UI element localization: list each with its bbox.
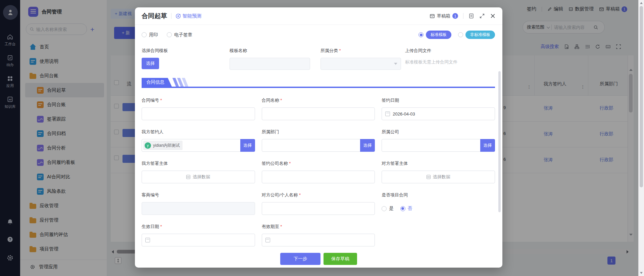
select-data-label: 选择数据 — [433, 174, 450, 180]
data-icon — [427, 175, 431, 179]
sign-date-value: 2026-04-03 — [393, 111, 415, 117]
print-seal-label: 用印 — [149, 32, 158, 38]
document-view-button[interactable] — [468, 13, 474, 19]
counterparty-entity-label: 对方签署主体 — [382, 160, 495, 167]
effective-date-input[interactable] — [142, 234, 255, 246]
department-label: 所属部门 — [262, 129, 375, 135]
upload-hint: 标准模板无需上传合同文件 — [405, 59, 495, 65]
upload-file-label: 上传合同文件 — [405, 48, 495, 54]
select-template-label: 选择合同模板 — [142, 48, 230, 54]
signer-tag-label: yidian内部测试 — [153, 143, 180, 148]
vendor-no-input[interactable] — [142, 202, 255, 215]
ai-predict-label: 智能预测 — [183, 13, 201, 19]
radio-checked-icon — [400, 206, 405, 211]
close-icon — [490, 13, 496, 19]
modal-title: 合同起草 — [142, 12, 167, 20]
is-project-label: 是否项目合同 — [382, 192, 495, 198]
contract-name-input[interactable] — [262, 107, 375, 120]
scroll-up-icon[interactable] — [640, 2, 643, 4]
our-entity-select-data[interactable]: 选择数据 — [142, 171, 255, 183]
radio-icon — [167, 32, 172, 37]
expand-button[interactable] — [479, 13, 485, 19]
standard-template-pill: 标准模板 — [426, 31, 451, 39]
nonstandard-template-pill: 非标准模板 — [465, 31, 495, 39]
company-label: 所属公司 — [382, 129, 495, 135]
select-department-button[interactable]: 选择 — [360, 139, 375, 152]
project-no-radio[interactable]: 否 — [400, 205, 412, 212]
modal-drafts-button[interactable]: 草稿箱 1 — [430, 13, 458, 19]
category-select[interactable] — [320, 58, 401, 70]
signer-avatar: y — [145, 142, 151, 149]
category-label: 所属分类 — [320, 48, 405, 54]
calendar-icon — [385, 111, 390, 116]
drafts-label: 草稿箱 — [437, 13, 451, 19]
close-button[interactable] — [490, 13, 496, 19]
effective-date-label: 生效日期 — [142, 224, 255, 230]
sign-company-label: 签约公司名称 — [262, 160, 375, 167]
select-signer-button[interactable]: 选择 — [240, 139, 255, 152]
counterparty-entity-select-data[interactable]: 选择数据 — [382, 171, 495, 183]
contract-name-label: 合同名称 — [262, 97, 375, 103]
sign-date-label: 签约日期 — [382, 97, 495, 103]
radio-icon — [458, 32, 463, 37]
page-scrollbar[interactable] — [638, 0, 644, 276]
valid-until-input[interactable] — [262, 234, 375, 246]
esign-label: 电子签章 — [174, 32, 192, 38]
document-icon — [468, 13, 474, 19]
modal-scrollbar-thumb[interactable] — [498, 71, 501, 212]
drafts-icon — [430, 13, 435, 19]
contract-no-input[interactable] — [142, 107, 255, 120]
ai-predict-button[interactable]: 智能预测 — [176, 13, 201, 19]
our-entity-label: 我方签署主体 — [142, 160, 255, 167]
select-company-button[interactable]: 选择 — [480, 139, 495, 152]
data-icon — [186, 175, 190, 179]
calendar-icon — [145, 238, 150, 242]
modal-header: 合同起草 智能预测 草稿箱 1 — [135, 7, 502, 25]
sign-company-input[interactable] — [262, 171, 375, 183]
divider — [463, 13, 463, 19]
sign-date-input[interactable]: 2026-04-03 — [382, 107, 495, 120]
esign-radio[interactable]: 电子签章 — [167, 32, 192, 38]
template-name-input[interactable] — [230, 58, 310, 70]
contract-draft-modal: 合同起草 智能预测 草稿箱 1 — [135, 7, 502, 268]
signer-tag: y yidian内部测试 — [143, 141, 183, 150]
template-name-label: 模板名称 — [230, 48, 320, 54]
yes-label: 是 — [389, 205, 394, 212]
expand-icon — [479, 13, 485, 19]
valid-until-label: 有效期至 — [262, 224, 375, 230]
radio-icon — [382, 206, 387, 211]
counterparty-name-input[interactable] — [262, 202, 375, 215]
company-input[interactable] — [382, 139, 495, 152]
section-stripes — [174, 78, 187, 87]
department-input[interactable] — [262, 139, 375, 152]
nonstandard-template-radio[interactable]: 非标准模板 — [458, 31, 495, 39]
screen: 工作台 待办 应用 AI 知识库 ? 合同管理 — [0, 0, 644, 276]
next-step-button[interactable]: 下一步 — [280, 253, 320, 265]
standard-template-radio[interactable]: 标准模板 — [418, 31, 451, 39]
vendor-no-label: 客商编号 — [142, 192, 255, 198]
select-template-button[interactable]: 选择 — [142, 58, 159, 69]
scroll-down-icon[interactable] — [640, 272, 643, 274]
no-label: 否 — [408, 205, 412, 212]
select-data-label: 选择数据 — [193, 174, 210, 180]
radio-checked-icon — [418, 32, 424, 37]
counterparty-name-label: 对方公司/个人名称 — [262, 192, 375, 198]
project-yes-radio[interactable]: 是 — [382, 205, 394, 212]
calendar-icon — [265, 238, 270, 242]
modal-footer: 下一步 保存草稿 — [135, 250, 502, 268]
scrollbar-thumb[interactable] — [640, 6, 643, 187]
print-seal-radio[interactable]: 用印 — [142, 32, 158, 38]
our-signer-label: 我方签约人 — [142, 129, 255, 135]
divider — [171, 13, 171, 19]
save-draft-button[interactable]: 保存草稿 — [324, 253, 357, 265]
radio-icon — [142, 32, 147, 37]
drafts-count-badge: 1 — [452, 13, 458, 19]
modal-body: 用印 电子签章 标准模板 非标准模板 — [135, 25, 502, 250]
ai-sparkle-icon — [176, 13, 181, 19]
section-contract-info: 合同信息 — [142, 78, 495, 88]
section-title: 合同信息 — [142, 78, 172, 87]
contract-no-label: 合同编号 — [142, 97, 255, 103]
